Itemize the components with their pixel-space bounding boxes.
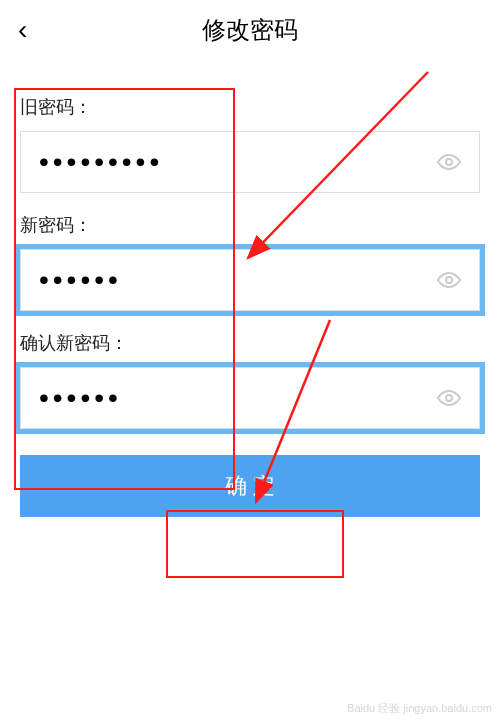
old-password-input-wrap[interactable]: [20, 131, 480, 193]
back-button[interactable]: ‹: [18, 14, 27, 46]
annotation-box-submit: [166, 510, 344, 578]
svg-point-2: [446, 395, 452, 401]
new-password-label: 新密码：: [20, 213, 480, 237]
confirm-password-input-wrap[interactable]: [20, 367, 480, 429]
eye-icon[interactable]: [437, 268, 461, 292]
page-title: 修改密码: [0, 14, 500, 46]
old-password-group: 旧密码：: [20, 95, 480, 193]
watermark: Baidu 经验 jingyan.baidu.com: [347, 701, 492, 716]
change-password-form: 旧密码： 新密码： 确认新密码： 确 定: [0, 60, 500, 517]
old-password-label: 旧密码：: [20, 95, 480, 119]
submit-button[interactable]: 确 定: [20, 455, 480, 517]
header: ‹ 修改密码: [0, 0, 500, 60]
new-password-group: 新密码：: [20, 213, 480, 311]
confirm-password-input[interactable]: [39, 382, 461, 414]
new-password-input[interactable]: [39, 264, 461, 296]
eye-icon[interactable]: [437, 386, 461, 410]
confirm-password-label: 确认新密码：: [20, 331, 480, 355]
confirm-password-group: 确认新密码：: [20, 331, 480, 429]
new-password-input-wrap[interactable]: [20, 249, 480, 311]
eye-icon[interactable]: [437, 150, 461, 174]
chevron-left-icon: ‹: [18, 14, 27, 45]
svg-point-1: [446, 277, 452, 283]
old-password-input[interactable]: [39, 146, 461, 178]
svg-point-0: [446, 159, 452, 165]
